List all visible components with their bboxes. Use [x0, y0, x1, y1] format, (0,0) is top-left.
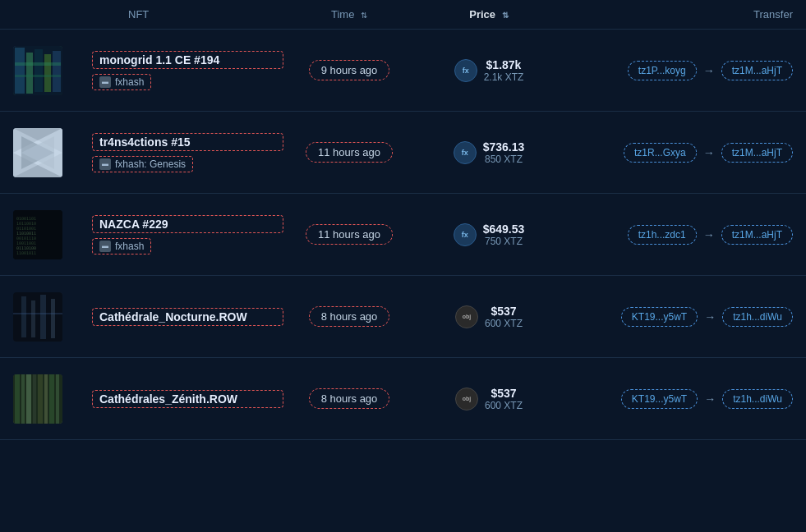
svg-rect-23 [13, 313, 62, 314]
price-usd: $736.13 [483, 140, 525, 154]
fxhash-price-icon: fx [454, 223, 477, 246]
price-values: $537600 XTZ [485, 387, 523, 411]
from-address-badge[interactable]: KT19...y5wT [621, 307, 698, 327]
nft-info: Cathédrale_Nocturne.ROW [79, 308, 283, 326]
svg-rect-19 [21, 296, 26, 337]
svg-rect-20 [31, 300, 35, 337]
price-usd: $1.87k [486, 58, 522, 71]
nft-platform-badge[interactable]: ▬fxhash [92, 238, 151, 255]
transfer-cell: KT19...y5wT→tz1h...diWu [563, 307, 793, 327]
to-address-badge[interactable]: tz1h...diWu [722, 307, 793, 327]
time-badge: 9 hours ago [309, 60, 390, 80]
svg-rect-6 [15, 62, 61, 66]
platform-label: fxhash [115, 76, 144, 88]
to-address-badge[interactable]: tz1h...diWu [722, 389, 793, 409]
header-thumb [13, 8, 79, 21]
nft-info: tr4ns4ctions #15▬fxhash: Genesis [79, 133, 283, 172]
nft-thumbnail [13, 46, 62, 95]
svg-rect-25 [15, 374, 20, 424]
to-address-badge[interactable]: tz1M...aHjT [721, 143, 793, 163]
price-sort-icon: ⇅ [502, 11, 509, 20]
nft-name[interactable]: monogrid 1.1 CE #194 [92, 51, 283, 69]
platform-icon: ▬ [99, 241, 111, 252]
price-values: $1.87k2.1k XTZ [484, 58, 524, 83]
price-xtz: 850 XTZ [485, 154, 523, 165]
time-cell: 9 hours ago [283, 60, 415, 80]
transfer-arrow-icon: → [703, 64, 715, 77]
price-usd: $537 [491, 387, 516, 400]
svg-rect-21 [40, 295, 46, 339]
platform-label: fxhash [115, 241, 144, 252]
platform-icon: ▬ [99, 158, 111, 170]
header-nft[interactable]: NFT [79, 8, 283, 21]
time-badge: 11 hours ago [306, 142, 393, 163]
nft-info: monogrid 1.1 CE #194▬fxhash [79, 51, 283, 90]
svg-rect-1 [15, 48, 25, 94]
to-address-badge[interactable]: tz1M...aHjT [721, 225, 793, 245]
platform-icon: ▬ [99, 76, 111, 88]
nft-name[interactable]: NAZCA #229 [92, 215, 283, 233]
from-address-badge[interactable]: tz1R...Gxya [624, 143, 697, 163]
svg-rect-3 [35, 49, 43, 92]
transfer-arrow-icon: → [703, 146, 715, 159]
svg-rect-32 [56, 374, 59, 424]
price-values: $649.53750 XTZ [483, 222, 525, 247]
svg-rect-22 [51, 299, 55, 338]
table-row: tr4ns4ctions #15▬fxhash: Genesis11 hours… [0, 112, 806, 194]
transfer-arrow-icon: → [703, 228, 715, 241]
nft-platform-badge[interactable]: ▬fxhash: Genesis [92, 156, 193, 172]
price-cell: fx$649.53750 XTZ [415, 222, 563, 247]
transfer-cell: KT19...y5wT→tz1h...diWu [563, 389, 793, 409]
time-badge: 8 hours ago [309, 306, 390, 327]
nft-name[interactable]: Cathédrales_Zénith.ROW [92, 390, 283, 408]
svg-rect-28 [33, 374, 36, 424]
table-row: 01001101 10110010 01101001 11010011 0010… [0, 194, 806, 276]
nft-name[interactable]: tr4ns4ctions #15 [92, 133, 283, 151]
platform-label: fxhash: Genesis [115, 158, 186, 170]
nft-name[interactable]: Cathédrale_Nocturne.ROW [92, 308, 283, 326]
price-cell: obj$537600 XTZ [415, 305, 563, 329]
svg-text:11001011: 11001011 [16, 250, 36, 255]
nft-thumbnail [13, 292, 62, 342]
svg-rect-7 [15, 75, 61, 77]
price-xtz: 750 XTZ [485, 236, 523, 247]
svg-rect-30 [44, 374, 48, 424]
price-cell: fx$1.87k2.1k XTZ [415, 58, 563, 83]
price-xtz: 600 XTZ [485, 400, 523, 411]
time-cell: 11 hours ago [283, 142, 415, 163]
price-cell: obj$537600 XTZ [415, 387, 563, 411]
nft-thumbnail: 01001101 10110010 01101001 11010011 0010… [13, 210, 62, 259]
transfer-cell: tz1h...zdc1→tz1M...aHjT [563, 225, 793, 245]
price-usd: $537 [491, 305, 516, 318]
svg-rect-5 [53, 51, 61, 92]
svg-rect-26 [21, 374, 25, 424]
from-address-badge[interactable]: tz1P...koyg [628, 61, 697, 80]
objkt-price-icon: obj [455, 305, 478, 328]
svg-rect-2 [26, 53, 33, 94]
svg-rect-31 [49, 374, 54, 424]
to-address-badge[interactable]: tz1M...aHjT [721, 61, 793, 80]
header-time[interactable]: Time ⇅ [283, 8, 415, 21]
from-address-badge[interactable]: tz1h...zdc1 [628, 225, 697, 245]
from-address-badge[interactable]: KT19...y5wT [621, 389, 698, 409]
price-xtz: 2.1k XTZ [484, 71, 524, 83]
nft-platform-badge[interactable]: ▬fxhash [92, 74, 151, 90]
price-xtz: 600 XTZ [485, 318, 523, 329]
table-row: Cathédrales_Zénith.ROW8 hours agoobj$537… [0, 358, 806, 440]
svg-rect-29 [38, 374, 43, 424]
table-row: monogrid 1.1 CE #194▬fxhash9 hours agofx… [0, 30, 806, 112]
nft-info: Cathédrales_Zénith.ROW [79, 390, 283, 408]
table-row: Cathédrale_Nocturne.ROW8 hours agoobj$53… [0, 276, 806, 358]
nft-thumbnail [13, 128, 62, 177]
transfer-arrow-icon: → [704, 392, 716, 406]
table-body: monogrid 1.1 CE #194▬fxhash9 hours agofx… [0, 30, 806, 440]
svg-rect-27 [26, 374, 31, 424]
time-cell: 11 hours ago [283, 224, 415, 245]
time-badge: 11 hours ago [306, 224, 393, 245]
transfer-arrow-icon: → [704, 310, 716, 323]
price-values: $736.13850 XTZ [483, 140, 525, 165]
header-price[interactable]: Price ⇅ [415, 8, 563, 21]
fxhash-price-icon: fx [454, 59, 477, 82]
nft-info: NAZCA #229▬fxhash [79, 215, 283, 255]
time-badge: 8 hours ago [309, 388, 390, 409]
